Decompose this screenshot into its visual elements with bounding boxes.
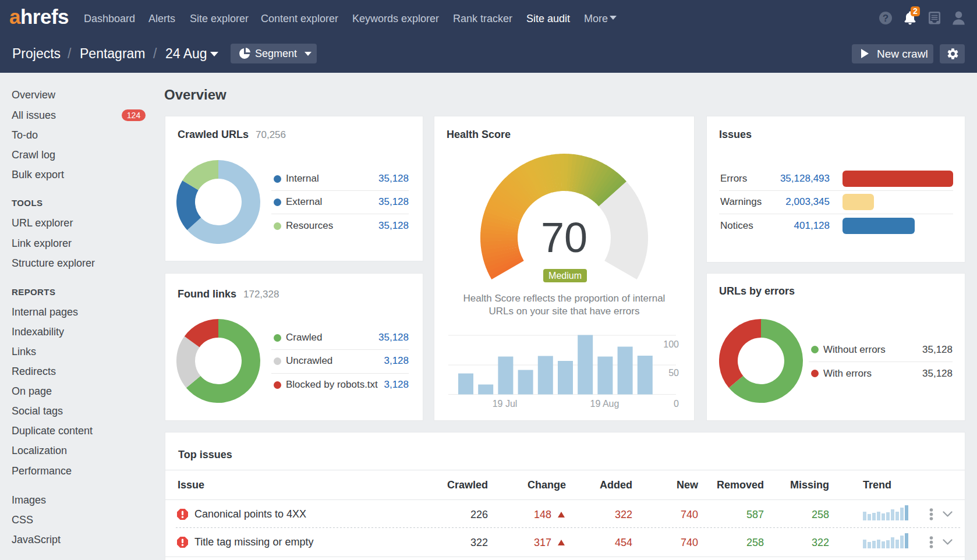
- svg-text:?: ?: [883, 13, 888, 24]
- svg-text:19 Jul: 19 Jul: [493, 399, 518, 409]
- svg-text:50: 50: [668, 368, 679, 378]
- svg-text:19 Aug: 19 Aug: [590, 399, 620, 409]
- svg-text:100: 100: [663, 339, 679, 349]
- svg-text:0: 0: [674, 399, 679, 409]
